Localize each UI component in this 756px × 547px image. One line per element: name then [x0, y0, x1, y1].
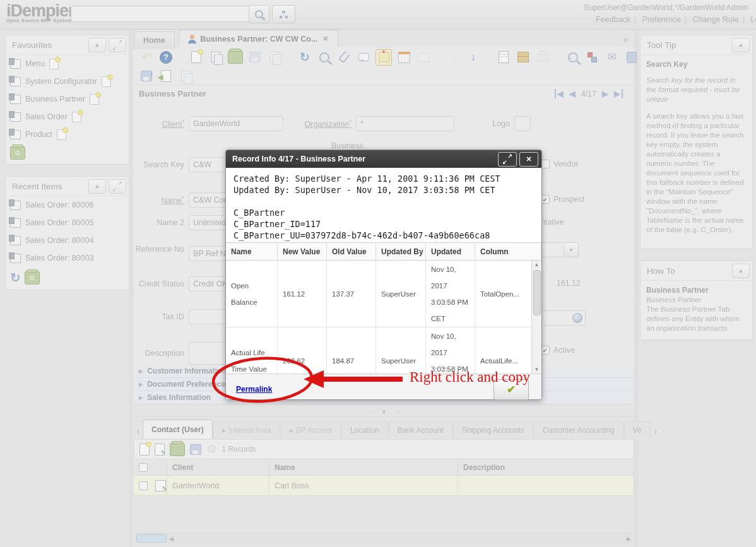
workflow-button[interactable]: [585, 50, 600, 65]
favourites-trash-icon[interactable]: ♻: [10, 146, 25, 160]
scroll-left-icon[interactable]: ◀: [169, 536, 174, 542]
requery-button[interactable]: ↻: [297, 50, 312, 65]
feedback-link[interactable]: Feedback: [596, 15, 630, 24]
client-label[interactable]: Client*: [134, 119, 184, 129]
chevron-down-icon[interactable]: ▼: [564, 242, 579, 257]
last-record-icon[interactable]: ▶: [614, 89, 623, 98]
changelog-row[interactable]: Actual Life Time Value 208.62 184.87 Sup…: [226, 327, 541, 373]
export-button[interactable]: ↓: [139, 68, 154, 83]
active-checkbox[interactable]: ✔: [541, 346, 550, 355]
new-record-icon[interactable]: [49, 59, 59, 69]
detail-tab-vendor[interactable]: Ve: [624, 421, 651, 438]
prospect-checkbox[interactable]: ✔: [541, 195, 550, 204]
print-button[interactable]: [535, 50, 550, 65]
tab-business-partner[interactable]: Business Partner: CW CW Co... ✕: [179, 30, 338, 47]
how-to-collapse-button[interactable]: ▲: [732, 264, 750, 278]
menu-tree-button[interactable]: [272, 5, 295, 23]
csv-import-button[interactable]: [178, 68, 193, 83]
file-import-button[interactable]: ◀: [158, 68, 174, 83]
select-all-checkbox[interactable]: [139, 463, 148, 472]
global-search-input[interactable]: [71, 6, 251, 22]
recent-item-sales-order-80003[interactable]: Sales Order: 80003: [6, 249, 129, 267]
permalink-link[interactable]: Permalink: [236, 385, 272, 394]
dialog-title-bar[interactable]: Record Info 4/17 - Business Partner ↗↙ ✕: [226, 150, 541, 168]
left-splitter[interactable]: ⋮: [129, 30, 133, 547]
dialog-vertical-scrollbar[interactable]: ▲ ▼: [531, 261, 541, 373]
scroll-down-icon[interactable]: ▼: [532, 367, 541, 372]
help-button[interactable]: ?: [158, 50, 174, 65]
new-record-icon[interactable]: [102, 76, 111, 87]
horizontal-splitter[interactable]: ··· ▼ ···: [134, 408, 634, 417]
archive-button[interactable]: [516, 50, 531, 65]
save-create-button[interactable]: [267, 50, 282, 65]
organization-label[interactable]: Organization*: [283, 119, 351, 129]
recent-item-sales-order-80006[interactable]: Sales Order: 80006: [6, 196, 129, 214]
new-record-button[interactable]: [189, 50, 204, 65]
tabs-scroll-right-icon[interactable]: ›: [651, 425, 660, 438]
grid-toggle-button[interactable]: [396, 50, 411, 65]
table-row[interactable]: ✎ GardenWorld Carl Boss: [134, 476, 634, 496]
detail-process-icon[interactable]: ⚙: [206, 442, 216, 456]
sidebar-item-sales-order[interactable]: Sales Order: [6, 108, 129, 126]
recent-refresh-icon[interactable]: ↻: [10, 270, 21, 285]
row-checkbox[interactable]: [139, 481, 148, 490]
collapse-panel-icon[interactable]: «: [622, 38, 631, 41]
tab-home[interactable]: Home: [134, 32, 175, 49]
tabs-scroll-left-icon[interactable]: ‹: [134, 425, 143, 438]
column-header-old-value[interactable]: Old Value: [327, 243, 376, 260]
save-button[interactable]: [247, 50, 263, 65]
recent-collapse-button[interactable]: ▲: [88, 179, 106, 194]
column-header-updated[interactable]: Updated: [426, 243, 475, 260]
tab-close-icon[interactable]: ✕: [322, 35, 328, 43]
splitter-collapse-icon[interactable]: ▼: [381, 409, 387, 415]
scrollbar-thumb[interactable]: [136, 534, 167, 543]
url-field[interactable]: [536, 310, 586, 326]
recent-item-sales-order-80004[interactable]: Sales Order: 80004: [6, 232, 129, 249]
report-button[interactable]: [496, 50, 511, 65]
undo-button[interactable]: ↶: [139, 50, 154, 65]
note-button[interactable]: [375, 49, 392, 66]
detail-tab-location[interactable]: Location: [341, 421, 387, 438]
preference-link[interactable]: Preference: [642, 15, 681, 24]
new-record-icon[interactable]: [57, 129, 66, 140]
detail-delete-icon[interactable]: [170, 443, 185, 456]
column-header-client[interactable]: Client: [167, 459, 269, 475]
sales-rep-combo[interactable]: ▼: [538, 242, 579, 257]
next-record-icon[interactable]: ▶: [602, 89, 608, 98]
column-header-name[interactable]: Name: [226, 243, 278, 260]
right-splitter[interactable]: ⋮: [634, 30, 639, 547]
changelog-row[interactable]: Open Balance 161.12 137.37 SuperUser Nov…: [226, 261, 541, 327]
column-header-name[interactable]: Name: [269, 459, 458, 475]
client-field[interactable]: GardenWorld: [189, 116, 283, 131]
recent-expand-button[interactable]: ↗↙: [109, 179, 126, 194]
recent-item-sales-order-80005[interactable]: Sales Order: 80005: [6, 214, 129, 232]
favourites-collapse-button[interactable]: ▲: [88, 38, 106, 52]
chat-button[interactable]: [356, 50, 371, 65]
change-role-link[interactable]: Change Role: [693, 15, 739, 24]
sidebar-item-system-configurator[interactable]: System Configurator: [6, 73, 129, 90]
dialog-close-button[interactable]: ✕: [519, 152, 538, 167]
dialog-maximize-button[interactable]: ↗↙: [498, 152, 517, 167]
new-record-icon[interactable]: [72, 112, 81, 122]
detail-tab-bp-access[interactable]: ▶BP Access: [281, 421, 341, 438]
zoom-across-button[interactable]: ←: [565, 50, 581, 65]
attachment-button[interactable]: [336, 50, 351, 65]
scrollbar-thumb[interactable]: [533, 270, 541, 315]
favourites-expand-button[interactable]: ↗↙: [109, 38, 126, 52]
previous-record-icon[interactable]: ◀: [569, 89, 576, 98]
detail-tab-shipping-accounts[interactable]: Shipping Accounts: [453, 421, 533, 438]
requests-button[interactable]: ✉: [605, 50, 620, 65]
detail-tab-interest-area[interactable]: ▶Interest Area: [213, 421, 280, 438]
detail-record-button[interactable]: ↓: [466, 50, 481, 65]
first-record-icon[interactable]: ◀: [555, 89, 564, 98]
parent-record-button[interactable]: ↑: [446, 50, 461, 65]
detail-tab-bank-account[interactable]: Bank Account: [389, 421, 452, 438]
card-view-button[interactable]: [416, 50, 431, 65]
name-label[interactable]: Name*: [134, 195, 184, 205]
recent-trash-icon[interactable]: ♻: [25, 271, 40, 285]
delete-record-button[interactable]: [228, 50, 243, 65]
detail-edit-icon[interactable]: ✎: [155, 444, 165, 456]
new-record-icon[interactable]: [90, 94, 99, 105]
scroll-right-icon[interactable]: ▶: [627, 536, 631, 542]
horizontal-scrollbar[interactable]: ◀ ▶: [134, 533, 634, 543]
